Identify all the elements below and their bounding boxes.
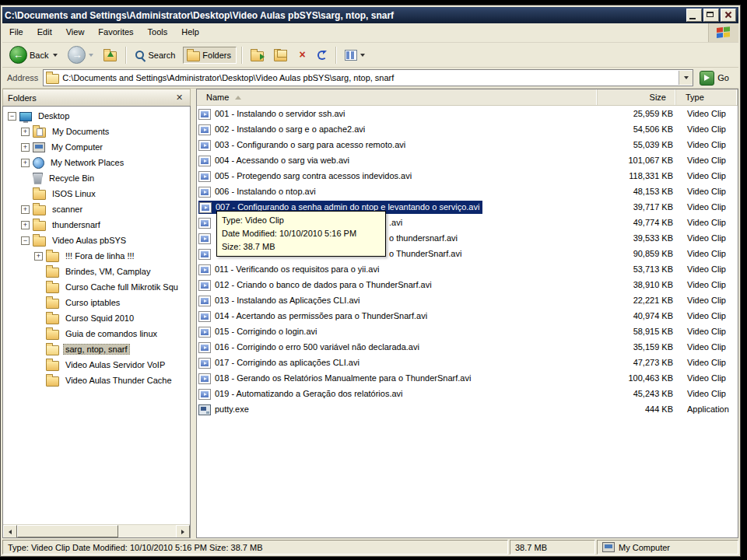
file-name: 019 - Automatizando a Geração dos relató… xyxy=(215,389,403,398)
go-button[interactable]: Go xyxy=(698,70,734,86)
file-row-002[interactable]: 002 - Instalando o sarg e o apache2.avi5… xyxy=(197,121,738,137)
maximize-button[interactable] xyxy=(703,9,719,22)
move-to-button[interactable] xyxy=(247,47,268,64)
toolbar: ← Back → Search Folders xyxy=(2,43,738,68)
expand-toggle-icon[interactable]: + xyxy=(21,221,30,229)
tree-item-scanner[interactable]: +scanner xyxy=(3,201,190,217)
menu-item-edit[interactable]: Edit xyxy=(30,23,59,42)
file-row-019[interactable]: 019 - Automatizando a Geração dos relató… xyxy=(197,386,738,401)
undo-button[interactable] xyxy=(314,48,331,62)
folders-horizontal-scrollbar[interactable] xyxy=(3,524,190,537)
file-type: Video Clip xyxy=(679,171,738,180)
tree-item-brindes-vm-camplay[interactable]: Brindes, VM, Camplay xyxy=(3,264,190,279)
tree-item-fora-de-linha[interactable]: +!!! Fora de linha !!! xyxy=(3,248,190,264)
toolbar-separator xyxy=(125,47,126,64)
status-zone: My Computer xyxy=(597,540,738,555)
expand-toggle-icon[interactable]: + xyxy=(34,252,43,261)
menu-item-tools[interactable]: Tools xyxy=(141,23,175,42)
address-input[interactable]: C:\Documents and Settings\Administrator\… xyxy=(59,73,679,82)
tree-item-curso-squid-2010[interactable]: Curso Squid 2010 xyxy=(3,310,190,326)
column-header-name[interactable]: Name xyxy=(197,89,598,105)
menu-item-favorites[interactable]: Favorites xyxy=(91,23,140,42)
file-row-012[interactable]: 012 - Criando o banco de dados para o Th… xyxy=(197,277,738,292)
scroll-right-icon xyxy=(181,530,184,534)
tree-item-sarg-ntop-snarf[interactable]: sarg, ntop, snarf xyxy=(3,341,190,357)
column-header-size[interactable]: Size xyxy=(598,89,676,105)
tree-item-curso-cache-full-mikrotik-squ[interactable]: Curso Cache full Mikrotik Squ xyxy=(3,279,190,295)
file-row-016[interactable]: 016 - Corrigindo o erro 500 variável não… xyxy=(197,339,738,355)
folder-icon xyxy=(46,268,59,278)
file-row-017[interactable]: 017 - Corrigindo as aplicações CLI.avi47… xyxy=(197,355,738,370)
tree-item-guia-de-comandos-linux[interactable]: Guia de comandos linux xyxy=(3,326,190,341)
expand-toggle-icon[interactable]: + xyxy=(21,205,30,214)
delete-button[interactable] xyxy=(293,47,311,62)
expand-toggle-icon[interactable]: + xyxy=(21,128,30,136)
minimize-button[interactable] xyxy=(686,9,702,22)
file-row-011[interactable]: 011 - Verificando os requisitos para o y… xyxy=(197,261,738,277)
status-selection-details: Type: Video Clip Date Modified: 10/10/20… xyxy=(2,540,508,555)
scrollbar-track[interactable] xyxy=(118,525,176,537)
scroll-left-button[interactable] xyxy=(3,525,17,538)
tree-item-isos-linux[interactable]: ISOS Linux xyxy=(3,186,190,201)
tree-item-my-documents[interactable]: +My Documents xyxy=(3,124,190,139)
file-row-015[interactable]: 015 - Corrigindo o login.avi58,915 KBVid… xyxy=(197,324,738,339)
scrollbar-thumb[interactable] xyxy=(17,525,118,537)
up-button[interactable] xyxy=(100,47,121,64)
file-name-cell: 005 - Protegendo sarg contra acessos ind… xyxy=(197,170,598,182)
go-label: Go xyxy=(717,73,729,82)
menu-item-view[interactable]: View xyxy=(59,23,92,42)
address-combo[interactable]: C:\Documents and Settings\Administrator\… xyxy=(43,69,693,86)
tree-item-my-network-places[interactable]: +My Network Places xyxy=(3,155,190,170)
file-name: 003 - Configurando o sarg para acesso re… xyxy=(215,140,405,149)
file-row-018[interactable]: 018 - Gerando os Relatórios Manualmente … xyxy=(197,370,738,386)
file-type: Video Clip xyxy=(679,327,738,336)
file-row-004[interactable]: 004 - Acessando o sarg via web.avi101,06… xyxy=(197,152,738,168)
tree-item-my-computer[interactable]: +My Computer xyxy=(3,139,190,155)
menu-item-file[interactable]: File xyxy=(2,23,30,42)
views-button[interactable] xyxy=(341,47,369,63)
file-row-003[interactable]: 003 - Configurando o sarg para acesso re… xyxy=(197,137,738,152)
file-size: 40,974 KB xyxy=(598,311,679,320)
file-type: Video Clip xyxy=(679,311,738,320)
folders-button[interactable]: Folders xyxy=(183,47,237,64)
tree-item-video-aulas-pbsys[interactable]: −Video Aulas pbSYS xyxy=(3,233,190,248)
column-header-type[interactable]: Type xyxy=(676,89,738,105)
file-name-cell: 017 - Corrigindo as aplicações CLI.avi xyxy=(197,357,598,369)
collapse-toggle-icon[interactable]: − xyxy=(21,236,30,245)
copy-to-button[interactable] xyxy=(270,47,291,64)
file-name: 018 - Gerando os Relatórios Manualmente … xyxy=(215,373,471,383)
file-row-006[interactable]: 006 - Instalando o ntop.avi48,153 KBVide… xyxy=(197,184,738,199)
menu-item-help[interactable]: Help xyxy=(174,23,206,42)
search-button[interactable]: Search xyxy=(131,47,181,63)
file-name-wrap: 017 - Corrigindo as aplicações CLI.avi xyxy=(198,357,359,369)
forward-button[interactable]: → xyxy=(64,44,97,66)
views-dropdown-icon xyxy=(360,54,365,57)
file-row-014[interactable]: 014 - Acertando as permissões para o Thu… xyxy=(197,308,738,324)
column-size-label: Size xyxy=(650,93,666,102)
tree-item-label: Video Aulas Thunder Cache xyxy=(63,375,174,386)
tree-item-recycle-bin[interactable]: Recycle Bin xyxy=(3,170,190,186)
tree-item-desktop[interactable]: −Desktop xyxy=(3,108,190,124)
scroll-right-button[interactable] xyxy=(176,525,190,538)
tooltip-line-type: Type: Video Clip xyxy=(222,214,381,227)
expand-toggle-icon[interactable]: + xyxy=(21,143,30,152)
tree-item-thundersnarf[interactable]: +thundersnarf xyxy=(3,217,190,233)
back-button[interactable]: ← Back xyxy=(5,44,61,66)
expand-toggle-icon[interactable]: + xyxy=(21,159,30,167)
tree-item-video-aulas-servidor-voip[interactable]: Video Aulas Servidor VoIP xyxy=(3,357,190,373)
file-row-013[interactable]: 013 - Instalando as Aplicações CLI.avi22… xyxy=(197,292,738,308)
address-dropdown-button[interactable] xyxy=(679,71,693,85)
file-type: Video Clip xyxy=(679,249,738,258)
tree-item-curso-iptables[interactable]: Curso iptables xyxy=(3,295,190,310)
file-type: Video Clip xyxy=(679,280,738,289)
tree-item-label: Recycle Bin xyxy=(47,173,96,184)
pane-splitter[interactable] xyxy=(191,89,196,538)
file-type: Video Clip xyxy=(679,389,738,398)
file-row-001[interactable]: 001 - Instalando o servidor ssh.avi25,95… xyxy=(197,106,738,121)
tree-item-video-aulas-thunder-cache[interactable]: Video Aulas Thunder Cache xyxy=(3,373,190,388)
folders-pane-close-button[interactable]: ✕ xyxy=(174,93,185,103)
collapse-toggle-icon[interactable]: − xyxy=(8,112,16,121)
file-row-005[interactable]: 005 - Protegendo sarg contra acessos ind… xyxy=(197,168,738,184)
close-button[interactable] xyxy=(721,9,736,22)
file-row-020[interactable]: putty.exe444 KBApplication xyxy=(197,401,738,417)
